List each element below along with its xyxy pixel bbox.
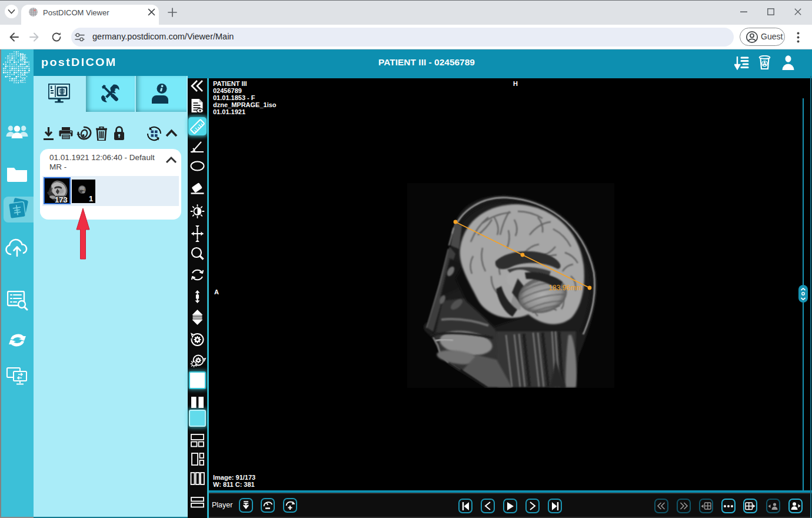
svg-text:0011: 0011 <box>20 81 26 84</box>
svg-text:183.96mm: 183.96mm <box>548 284 582 292</box>
